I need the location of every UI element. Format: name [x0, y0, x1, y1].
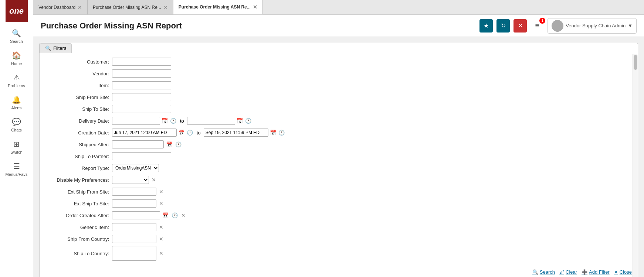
close-button[interactable]: ✕: [513, 19, 527, 33]
scrollbar-thumb: [634, 55, 637, 70]
delivery-date-to-calendar-icon[interactable]: 📅: [236, 118, 244, 124]
filters-body: Customer: Vendor: Item:: [40, 53, 638, 277]
disable-prefs-select[interactable]: [112, 176, 149, 184]
switch-icon: ⊞: [13, 140, 20, 148]
delivery-date-from-calendar-icon[interactable]: 📅: [161, 118, 169, 124]
filter-label-generic-item: Generic Item:: [45, 225, 112, 230]
creation-date-from-input[interactable]: [112, 129, 177, 137]
content-area: 🔍 Filters Customer: Vendor:: [33, 37, 644, 277]
filters-tab[interactable]: 🔍 Filters: [40, 43, 72, 53]
ext-ship-from-site-clear-button[interactable]: ✕: [158, 189, 165, 195]
tab-vendor-dashboard[interactable]: Vendor Dashboard ✕: [33, 0, 88, 14]
ext-ship-to-site-clear-button[interactable]: ✕: [158, 201, 165, 206]
delivery-date-from-group: 📅 🕐: [112, 117, 177, 125]
notification-badge: 1: [539, 18, 545, 24]
filter-control-creation-date: 📅 🕐 to 📅 🕐: [112, 129, 632, 137]
ext-ship-from-site-input[interactable]: [112, 188, 156, 196]
order-created-after-clock-icon[interactable]: 🕐: [171, 212, 179, 218]
filter-row-ship-to-partner: Ship To Partner:: [45, 151, 632, 161]
tab-po-missing-asn-2[interactable]: Purchase Order Missing ASN Re... ✕: [173, 0, 263, 14]
delivery-date-to-clock-icon[interactable]: 🕐: [244, 118, 252, 124]
delivery-date-to-input[interactable]: [187, 117, 235, 125]
search-icon: 🔍: [12, 29, 21, 38]
logo[interactable]: one: [6, 0, 28, 22]
filter-label-ext-ship-from-site: Ext Ship From Site:: [45, 189, 112, 195]
filter-row-item: Item:: [45, 81, 632, 90]
tab-close-icon[interactable]: ✕: [78, 5, 82, 10]
filter-label-ship-to-partner: Ship To Partner:: [45, 154, 112, 159]
ship-to-site-input[interactable]: [112, 105, 171, 113]
search-link[interactable]: 🔍 Search: [532, 269, 555, 275]
problems-icon: ⚠: [13, 73, 20, 82]
filter-control-generic-item: ✕: [112, 223, 632, 231]
sidebar-item-alerts[interactable]: 🔔 Alerts: [0, 92, 33, 114]
shipped-after-clock-icon[interactable]: 🕐: [174, 141, 182, 147]
filter-label-order-created-after: Order Created After:: [45, 213, 112, 218]
filter-row-customer: Customer:: [45, 57, 632, 66]
sidebar-item-label: Menus/Favs: [6, 172, 28, 177]
sidebar-item-problems[interactable]: ⚠ Problems: [0, 69, 33, 92]
refresh-button[interactable]: ↻: [496, 19, 510, 33]
ship-to-partner-input[interactable]: [112, 152, 171, 160]
filter-control-ext-ship-from-site: ✕: [112, 188, 632, 196]
item-input[interactable]: [112, 81, 171, 89]
shipped-after-input[interactable]: [112, 140, 164, 148]
generic-item-input[interactable]: [112, 223, 156, 231]
creation-date-from-calendar-icon[interactable]: 📅: [177, 130, 185, 136]
vendor-input[interactable]: [112, 69, 171, 78]
filter-label-ship-to-country: Ship To Country:: [45, 251, 112, 256]
shipped-after-calendar-icon[interactable]: 📅: [165, 141, 173, 147]
filter-icon: 🔍: [45, 45, 51, 51]
sidebar-item-label: Search: [10, 39, 23, 44]
alerts-icon: 🔔: [12, 95, 21, 104]
ship-from-site-input[interactable]: [112, 93, 171, 101]
sidebar-item-search[interactable]: 🔍 Search: [0, 25, 33, 47]
ship-from-country-input[interactable]: [112, 235, 156, 243]
sidebar-item-switch[interactable]: ⊞ Switch: [0, 136, 33, 158]
delivery-date-from-input[interactable]: [112, 117, 160, 125]
add-filter-link-label: Add Filter: [589, 269, 610, 275]
dropdown-arrow-icon: ▼: [628, 23, 633, 28]
sidebar-item-menus[interactable]: ☰ Menus/Favs: [0, 158, 33, 180]
sidebar-item-chats[interactable]: 💬 Chats: [0, 114, 33, 136]
filter-row-ship-from-site: Ship From Site:: [45, 92, 632, 102]
report-type-select[interactable]: OrderMissingASN: [112, 164, 159, 172]
logo-text: one: [9, 6, 24, 16]
filter-control-ship-from-country: ✕: [112, 235, 632, 243]
filter-label-ship-from-site: Ship From Site:: [45, 95, 112, 100]
order-created-after-input[interactable]: [112, 211, 160, 219]
favorite-button[interactable]: ★: [479, 19, 493, 33]
sidebar-item-label: Problems: [8, 83, 25, 88]
menu-button[interactable]: ≡ 1: [531, 19, 544, 33]
generic-item-clear-button[interactable]: ✕: [158, 224, 165, 230]
order-created-after-calendar-icon[interactable]: 📅: [162, 212, 169, 218]
filter-control-disable-prefs: ✕: [112, 176, 632, 184]
filter-control-shipped-after: 📅 🕐: [112, 140, 632, 148]
tab-close-icon[interactable]: ✕: [253, 4, 257, 10]
ext-ship-to-site-input[interactable]: [112, 199, 156, 208]
order-created-after-clear-button[interactable]: ✕: [180, 212, 187, 218]
creation-date-to-input[interactable]: [204, 129, 268, 137]
filters-panel: 🔍 Filters Customer: Vendor:: [39, 43, 638, 277]
ship-from-country-clear-button[interactable]: ✕: [158, 236, 165, 242]
scrollbar[interactable]: [633, 54, 638, 277]
tab-label: Purchase Order Missing ASN Re...: [179, 4, 251, 10]
filter-row-ship-to-country: Ship To Country: ✕: [45, 246, 632, 261]
sidebar-item-home[interactable]: 🏠 Home: [0, 47, 33, 69]
creation-date-from-clock-icon[interactable]: 🕐: [186, 130, 194, 136]
ship-to-country-clear-button[interactable]: ✕: [158, 250, 165, 256]
clear-link[interactable]: 🖊 Clear: [559, 269, 577, 275]
add-filter-link[interactable]: ➕ Add Filter: [582, 269, 610, 275]
tab-close-icon[interactable]: ✕: [163, 5, 168, 10]
customer-input[interactable]: [112, 58, 171, 66]
creation-date-to-calendar-icon[interactable]: 📅: [269, 130, 277, 136]
creation-date-to-clock-icon[interactable]: 🕐: [278, 130, 285, 136]
sidebar: one 🔍 Search 🏠 Home ⚠ Problems 🔔 Alerts …: [0, 0, 33, 277]
filter-row-delivery-date: Delivery Date: 📅 🕐 to 📅 🕐: [45, 116, 632, 126]
user-dropdown[interactable]: Vendor Supply Chain Admin ▼: [548, 18, 637, 34]
disable-prefs-clear-button[interactable]: ✕: [150, 177, 157, 183]
tab-po-missing-asn-1[interactable]: Purchase Order Missing ASN Re... ✕: [88, 0, 173, 14]
delivery-date-from-clock-icon[interactable]: 🕐: [169, 118, 177, 124]
close-link[interactable]: ✕ Close: [614, 269, 632, 275]
ship-to-country-textarea[interactable]: [112, 246, 156, 261]
